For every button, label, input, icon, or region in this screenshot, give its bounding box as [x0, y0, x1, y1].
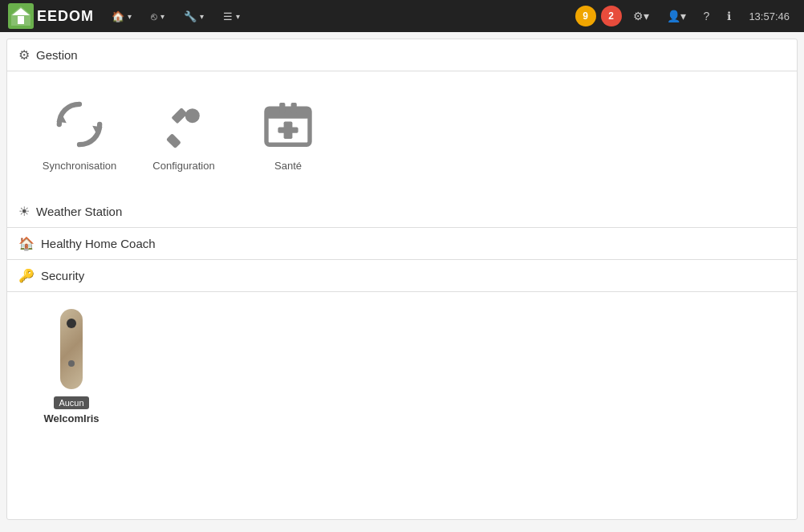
synchronisation-icon: [51, 95, 108, 153]
home-caret: ▾: [128, 12, 132, 21]
power-icon: ⎋: [151, 10, 157, 22]
info-icon: ℹ: [727, 10, 731, 22]
yellow-badge[interactable]: 9: [575, 6, 596, 26]
weather-section-header: ☀ Weather Station: [7, 196, 797, 228]
synchronisation-label: Synchronisation: [43, 160, 117, 172]
wrench-icon: 🔧: [184, 10, 197, 22]
navbar-right: 9 2 ⚙ ▾ 👤 ▾ ? ℹ 13:57:46: [575, 0, 796, 32]
gestion-icon: ⚙: [18, 47, 30, 63]
menu-caret: ▾: [236, 12, 240, 21]
home-icon: 🏠: [112, 10, 124, 22]
svg-rect-7: [171, 108, 187, 124]
brand-text: EEDOM: [37, 8, 94, 25]
welcomiris-image: [43, 305, 99, 393]
configuration-icon: [155, 95, 213, 153]
synchronisation-item[interactable]: Synchronisation: [31, 87, 128, 180]
security-title: Security: [41, 269, 84, 282]
power-nav[interactable]: ⎋ ▾: [143, 0, 173, 32]
time-display: 13:57:46: [742, 10, 796, 22]
security-section-header: 🔑 Security: [7, 260, 797, 292]
sante-label: Santé: [274, 160, 302, 172]
svg-rect-3: [18, 16, 24, 24]
main-content: ⚙ Gestion Synchronisation Configuration: [6, 39, 798, 520]
svg-rect-12: [278, 128, 298, 133]
gestion-grid: Synchronisation Configuration Santé: [7, 71, 797, 196]
healthy-icon: 🏠: [18, 236, 35, 251]
brand[interactable]: EEDOM: [8, 3, 94, 29]
help-icon: ?: [704, 10, 710, 22]
user-icon: 👤: [667, 10, 680, 22]
weather-icon: ☀: [18, 204, 30, 219]
red-badge[interactable]: 2: [601, 6, 622, 26]
svg-rect-8: [166, 133, 181, 148]
security-device-grid: Aucun WelcomIris: [7, 292, 797, 437]
healthy-title: Healthy Home Coach: [41, 237, 156, 250]
svg-point-6: [185, 108, 200, 123]
info-nav[interactable]: ℹ: [721, 0, 737, 32]
sante-icon: [259, 95, 317, 153]
welcomiris-badge: Aucun: [54, 396, 88, 409]
weather-title: Weather Station: [36, 205, 122, 218]
tools-caret: ▾: [200, 12, 204, 21]
navbar: EEDOM 🏠 ▾ ⎋ ▾ 🔧 ▾ ☰ ▾ 9 2 ⚙ ▾ 👤 ▾ ? ℹ 13…: [0, 0, 804, 32]
tools-nav[interactable]: 🔧 ▾: [176, 0, 212, 32]
welcomiris-item[interactable]: Aucun WelcomIris: [31, 305, 112, 424]
user-caret: ▾: [680, 10, 686, 22]
gestion-title: Gestion: [36, 48, 78, 62]
camera-body: [60, 309, 83, 389]
settings-caret: ▾: [644, 10, 649, 22]
settings-nav[interactable]: ⚙ ▾: [627, 0, 656, 32]
security-icon: 🔑: [18, 268, 35, 283]
help-nav[interactable]: ?: [697, 0, 717, 32]
welcomiris-name: WelcomIris: [43, 412, 99, 424]
svg-rect-14: [291, 103, 297, 113]
camera-lens: [67, 319, 76, 328]
sante-item[interactable]: Santé: [240, 87, 336, 180]
configuration-label: Configuration: [152, 160, 214, 172]
healthy-section-header: 🏠 Healthy Home Coach: [7, 228, 797, 260]
configuration-item[interactable]: Configuration: [136, 87, 232, 180]
user-nav[interactable]: 👤 ▾: [660, 0, 692, 32]
home-nav[interactable]: 🏠 ▾: [104, 0, 140, 32]
brand-logo: [8, 3, 34, 29]
svg-rect-10: [266, 108, 310, 119]
gestion-section-header: ⚙ Gestion: [7, 39, 797, 71]
camera-button: [68, 360, 75, 367]
settings-icon: ⚙: [633, 10, 644, 22]
power-caret: ▾: [160, 12, 164, 21]
menu-icon: ☰: [223, 10, 233, 22]
menu-nav[interactable]: ☰ ▾: [215, 0, 248, 32]
svg-rect-13: [279, 103, 285, 113]
